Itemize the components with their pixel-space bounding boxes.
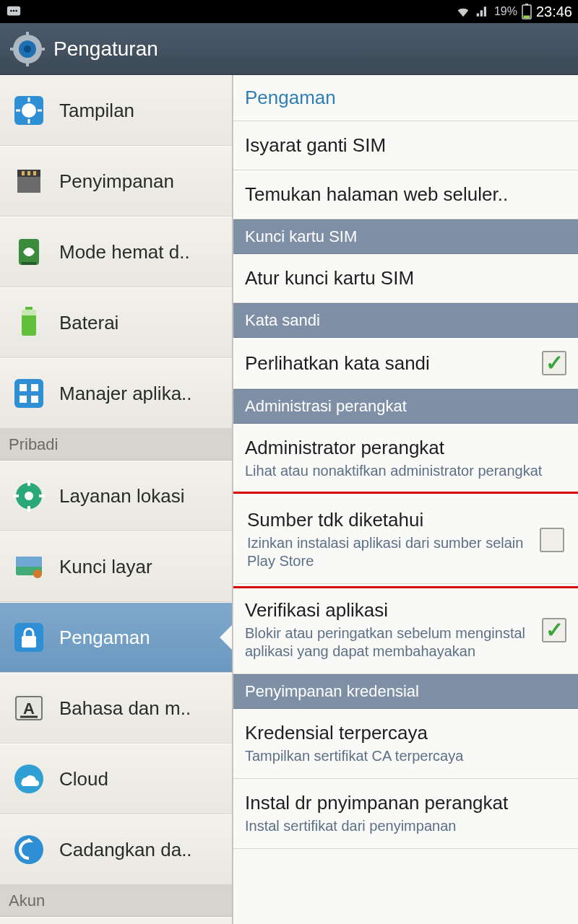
svg-rect-22: [22, 171, 25, 175]
section-password: Kata sandi: [233, 303, 578, 338]
svg-rect-32: [31, 384, 38, 391]
sidebar-item-pengaman[interactable]: Pengaman: [0, 602, 232, 673]
svg-point-3: [15, 10, 17, 12]
row-subtitle: Tampilkan sertifikat CA terpercaya: [245, 747, 566, 765]
verify-apps-checkbox[interactable]: [542, 618, 566, 642]
section-device-admin: Administrasi perangkat: [233, 389, 578, 424]
row-verify-apps[interactable]: Verifikasi aplikasi Blokir atau peringat…: [233, 586, 578, 674]
sidebar-item-baterai[interactable]: Baterai: [0, 287, 232, 358]
sidebar-section-akun: Akun: [0, 885, 232, 917]
svg-rect-11: [26, 61, 29, 66]
display-icon: [9, 90, 49, 131]
wifi-icon: [455, 4, 471, 19]
sidebar-item-lokasi[interactable]: Layanan lokasi: [0, 461, 232, 531]
svg-rect-34: [31, 396, 38, 403]
svg-rect-5: [525, 4, 528, 5]
app-header: Pengaturan: [0, 23, 578, 75]
show-password-checkbox[interactable]: [542, 351, 566, 375]
settings-content: Pengaman Isyarat ganti SIM Temukan halam…: [233, 75, 578, 924]
row-title: Isyarat ganti SIM: [245, 134, 566, 157]
content-page-title-row: Pengaman: [233, 75, 578, 121]
settings-gear-icon: [10, 32, 45, 66]
sidebar-item-label: Penyimpanan: [59, 170, 174, 193]
svg-rect-45: [22, 636, 36, 648]
svg-rect-30: [14, 379, 43, 408]
svg-rect-42: [16, 557, 42, 567]
row-unknown-sources[interactable]: Sumber tdk diketahui Izinkan instalasi a…: [236, 496, 576, 584]
sidebar-item-cadangkan[interactable]: Cadangkan da..: [0, 814, 232, 885]
svg-point-15: [22, 103, 36, 118]
svg-rect-31: [20, 384, 27, 391]
svg-point-36: [25, 492, 33, 500]
unknown-sources-checkbox[interactable]: [540, 528, 564, 552]
page-title: Pengaman: [245, 87, 566, 109]
sidebar-item-label: Layanan lokasi: [59, 485, 184, 507]
status-clock: 23:46: [536, 4, 572, 20]
sidebar-item-label: Kunci layar: [59, 556, 152, 578]
sidebar-item-bbm[interactable]: BBM: [0, 917, 232, 924]
lockscreen-icon: [9, 546, 49, 587]
svg-rect-13: [39, 48, 45, 51]
svg-rect-33: [20, 396, 27, 403]
cloud-icon: [9, 759, 49, 799]
sidebar-item-hemat[interactable]: Mode hemat d..: [0, 217, 232, 287]
row-install-from-storage[interactable]: Instal dr pnyimpanan perangkat Instal se…: [233, 779, 578, 849]
power-save-icon: [9, 232, 49, 272]
svg-point-2: [13, 10, 15, 12]
sidebar-item-cloud[interactable]: Cloud: [0, 744, 232, 814]
sidebar-item-label: Tampilan: [59, 100, 134, 122]
battery-icon: [522, 4, 532, 19]
row-title: Instal dr pnyimpanan perangkat: [245, 792, 566, 814]
row-show-password[interactable]: Perlihatkan kata sandi: [233, 338, 578, 389]
row-find-mobile-web[interactable]: Temukan halaman web seluler..: [233, 170, 578, 219]
svg-point-9: [24, 45, 31, 53]
svg-rect-24: [33, 171, 36, 175]
svg-rect-23: [27, 171, 30, 175]
sidebar-item-aplikasi[interactable]: Manajer aplika..: [0, 358, 232, 429]
svg-rect-10: [26, 32, 29, 38]
apps-icon: [9, 373, 49, 414]
language-icon: A: [9, 688, 49, 728]
svg-point-1: [10, 10, 12, 12]
sidebar-item-label: Manajer aplika..: [59, 383, 192, 405]
svg-rect-12: [10, 48, 16, 51]
sidebar-item-bahasa[interactable]: A Bahasa dan m..: [0, 673, 232, 744]
battery-icon: [9, 302, 49, 343]
row-title: Kredensial terpercaya: [245, 722, 566, 744]
section-sim-lock: Kunci kartu SIM: [233, 219, 578, 254]
row-title: Perlihatkan kata sandi: [245, 352, 533, 375]
settings-sidebar: Tampilan Penyimpanan Mode hemat d.. Bate…: [0, 75, 233, 924]
row-subtitle: Lihat atau nonaktifkan administrator per…: [245, 462, 566, 480]
svg-text:A: A: [23, 699, 35, 718]
svg-rect-26: [22, 262, 36, 265]
storage-icon: [9, 161, 49, 201]
row-title: Sumber tdk diketahui: [247, 509, 531, 531]
lock-icon: [9, 617, 49, 658]
svg-rect-29: [22, 310, 36, 315]
location-icon: [9, 476, 49, 516]
bbm-status-icon: [6, 4, 22, 19]
sidebar-item-label: Cloud: [59, 768, 108, 790]
sidebar-item-tampilan[interactable]: Tampilan: [0, 75, 232, 146]
app-title: Pengaturan: [53, 38, 158, 61]
sidebar-item-kunci-layar[interactable]: Kunci layar: [0, 531, 232, 602]
svg-rect-6: [523, 16, 530, 19]
row-title: Atur kunci kartu SIM: [245, 267, 566, 289]
svg-point-43: [33, 570, 42, 578]
row-sim-alert[interactable]: Isyarat ganti SIM: [233, 121, 578, 170]
row-title: Administrator perangkat: [245, 437, 566, 459]
sidebar-item-penyimpanan[interactable]: Penyimpanan: [0, 146, 232, 217]
sidebar-item-label: Mode hemat d..: [59, 241, 190, 263]
sidebar-item-label: Cadangkan da..: [59, 839, 192, 861]
row-trusted-credentials[interactable]: Kredensial terpercaya Tampilkan sertifik…: [233, 709, 578, 779]
highlight-unknown-sources: Sumber tdk diketahui Izinkan instalasi a…: [233, 492, 578, 588]
backup-icon: [9, 829, 49, 870]
battery-percent: 19%: [494, 5, 517, 18]
sidebar-section-pribadi: Pribadi: [0, 429, 232, 461]
sidebar-item-label: Baterai: [59, 312, 118, 334]
row-title: Temukan halaman web seluler..: [245, 183, 566, 206]
row-device-admin[interactable]: Administrator perangkat Lihat atau nonak…: [233, 424, 578, 494]
row-subtitle: Instal sertifikat dari penyimpanan: [245, 817, 566, 835]
sidebar-item-label: Pengaman: [59, 627, 150, 649]
row-set-sim-lock[interactable]: Atur kunci kartu SIM: [233, 254, 578, 303]
